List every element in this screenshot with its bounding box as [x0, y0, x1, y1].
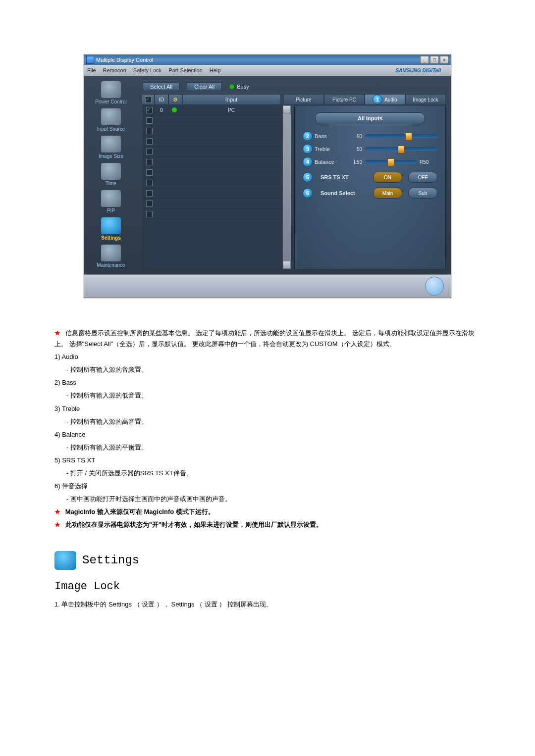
app-icon: [86, 56, 94, 64]
badge-3: 3: [303, 144, 313, 154]
sidebar-item-image-size[interactable]: Image Size: [89, 135, 133, 161]
scroll-track[interactable]: [283, 113, 291, 261]
badge-1: 1: [373, 95, 382, 104]
menu-file[interactable]: File: [87, 67, 96, 73]
checkbox-icon[interactable]: [146, 190, 153, 197]
sidebar-item-label: Input Source: [97, 126, 125, 132]
table-row[interactable]: [143, 209, 282, 219]
note-2-text: 此功能仅在显示器电源状态为"开"时才有效，如果未进行设置，则使用出厂默认显示设置…: [65, 521, 322, 528]
balance-value-right: R50: [420, 159, 434, 165]
col-checkbox[interactable]: [142, 94, 155, 105]
intro-paragraph: ★ 信息窗格显示设置控制所需的某些基本信息。 选定了每项功能后，所选功能的设置值…: [54, 328, 481, 350]
header-row: ID ⚙ Input Picture Picture PC: [142, 94, 446, 105]
balance-row: 4 Balance L50 R50: [303, 157, 437, 167]
table-row[interactable]: [143, 199, 282, 209]
checkbox-icon[interactable]: [146, 138, 153, 145]
sound-main-button[interactable]: Main: [373, 188, 402, 199]
maintenance-icon: [101, 245, 121, 261]
checkbox-icon[interactable]: [146, 149, 153, 155]
table-row[interactable]: [143, 178, 282, 188]
input-dropdown[interactable]: All Inputs: [315, 112, 425, 124]
minimize-button[interactable]: _: [420, 56, 429, 64]
note-1: ★ MagicInfo 输入来源仅可在 MagicInfo 模式下运行。: [54, 506, 481, 517]
info-icon: [425, 277, 444, 296]
table-row[interactable]: [143, 147, 282, 157]
table-row[interactable]: [143, 136, 282, 147]
tab-picture-pc[interactable]: Picture PC: [324, 94, 365, 105]
sidebar-item-power-control[interactable]: Power Control: [89, 80, 133, 106]
sidebar-item-pip[interactable]: PIP: [89, 189, 133, 215]
tab-picture[interactable]: Picture: [283, 94, 324, 105]
balance-slider[interactable]: [365, 160, 417, 164]
table-row[interactable]: 0 PC: [143, 105, 282, 115]
toolbar: Select All Clear All Busy: [143, 82, 446, 91]
table-row[interactable]: [143, 167, 282, 178]
power-icon: [101, 81, 121, 98]
image-size-icon: [101, 136, 121, 152]
lamp-icon: ⚙: [173, 97, 178, 103]
balance-value-left: L50: [345, 159, 362, 165]
table-row[interactable]: [143, 115, 282, 126]
sidebar-item-label: Time: [106, 181, 116, 186]
checkbox-icon[interactable]: [146, 107, 153, 113]
sidebar-item-label: Image Size: [99, 153, 123, 159]
scrollbar[interactable]: [282, 105, 291, 269]
menu-remocon[interactable]: Remocon: [103, 67, 126, 73]
close-button[interactable]: ×: [440, 56, 449, 64]
checkbox-icon[interactable]: [146, 117, 153, 124]
sidebar-item-maintenance[interactable]: Maintenance: [89, 244, 133, 270]
checkbox-icon[interactable]: [146, 211, 153, 217]
clear-all-button[interactable]: Clear All: [187, 82, 222, 91]
slider-thumb[interactable]: [398, 146, 405, 153]
slider-thumb[interactable]: [405, 133, 412, 141]
time-icon: [101, 163, 121, 180]
sound-sub-button[interactable]: Sub: [408, 188, 437, 199]
sidebar-item-settings[interactable]: Settings: [89, 216, 133, 243]
treble-row: 3 Treble 50: [303, 144, 437, 154]
scroll-up-icon[interactable]: [283, 105, 291, 113]
sidebar-item-input-source[interactable]: Input Source: [89, 107, 133, 134]
note-2: ★ 此功能仅在显示器电源状态为"开"时才有效，如果未进行设置，则使用出厂默认显示…: [54, 519, 481, 530]
content-area: Select All Clear All Busy ID ⚙: [138, 76, 451, 274]
menubar: File Remocon Safety Lock Port Selection …: [84, 65, 451, 76]
tab-audio[interactable]: 1 Audio: [365, 94, 405, 105]
table-row[interactable]: [143, 157, 282, 167]
slider-thumb[interactable]: [387, 158, 394, 166]
checkbox-icon[interactable]: [146, 180, 153, 186]
checkbox-icon[interactable]: [146, 159, 153, 165]
checkbox-icon[interactable]: [146, 128, 153, 134]
checkbox-icon[interactable]: [146, 201, 153, 207]
tab-image-lock[interactable]: Image Lock: [405, 94, 446, 105]
item-4: 4) Balance: [54, 429, 481, 440]
menu-help[interactable]: Help: [210, 67, 221, 73]
subsection-desc: 1. 单击控制板中的 Settings （ 设置 ）， Settings （ 设…: [54, 599, 481, 610]
menu-safety-lock[interactable]: Safety Lock: [133, 67, 161, 73]
srs-off-button[interactable]: OFF: [408, 172, 437, 183]
pip-icon: [101, 190, 121, 207]
item-3: 3) Treble: [54, 403, 481, 414]
note-1-text: MagicInfo 输入来源仅可在 MagicInfo 模式下运行。: [65, 508, 214, 515]
scroll-down-icon[interactable]: [283, 261, 291, 269]
sidebar-item-time[interactable]: Time: [89, 162, 133, 188]
bass-row: 2 Bass 60: [303, 131, 437, 141]
srs-row: 5 SRS TS XT ON OFF: [303, 172, 437, 183]
settings-icon: [101, 217, 121, 234]
col-status: ⚙: [168, 94, 182, 105]
cell-input: PC: [181, 107, 282, 113]
section-header: Settings: [54, 551, 481, 571]
table-row[interactable]: [143, 126, 282, 136]
menu-port-selection[interactable]: Port Selection: [168, 67, 202, 73]
maximize-button[interactable]: □: [430, 56, 439, 64]
bass-slider[interactable]: [365, 134, 437, 138]
checkbox-icon[interactable]: [146, 169, 153, 176]
item-5-desc: - 打开 / 关闭所选显示器的SRS TS XT伴音。: [54, 468, 481, 479]
col-input: Input: [182, 94, 280, 105]
treble-value: 50: [345, 147, 362, 152]
audio-panel: All Inputs 2 Bass 60: [294, 105, 446, 269]
section-title: Settings: [82, 551, 139, 571]
select-all-button[interactable]: Select All: [143, 82, 180, 91]
item-1: 1) Audio: [54, 352, 481, 362]
table-row[interactable]: [143, 188, 282, 199]
srs-on-button[interactable]: ON: [373, 172, 402, 183]
treble-slider[interactable]: [365, 147, 437, 151]
